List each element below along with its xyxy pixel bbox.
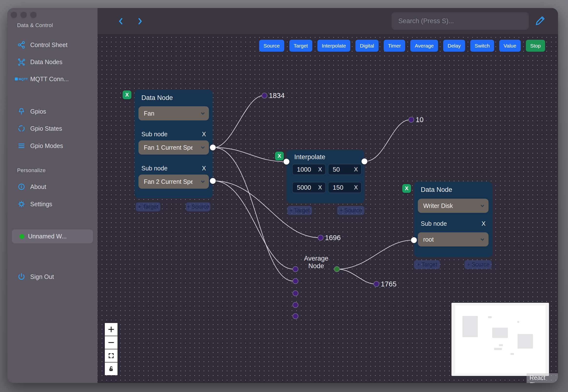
forward-arrow-icon[interactable] (136, 17, 144, 26)
lock-button[interactable] (105, 363, 117, 375)
add-switch-node-button[interactable]: Switch (470, 40, 494, 52)
edge[interactable] (365, 120, 410, 161)
input-remove-button[interactable]: X (318, 166, 322, 173)
react-flow-attribution[interactable]: React Flow (526, 373, 558, 383)
power-icon (17, 272, 26, 281)
sidebar-item-about[interactable]: About (7, 181, 97, 192)
average-node-title[interactable]: Average Node (295, 255, 337, 270)
pin-icon (17, 107, 26, 116)
writer-target-handle[interactable] (411, 237, 417, 243)
sidebar-item-sign-out[interactable]: Sign Out (7, 271, 97, 282)
dropdown-value: Writer Disk (423, 202, 453, 210)
interpolate-node-remove-button[interactable]: X (275, 152, 284, 160)
fan-add-target-button[interactable]: + Target (136, 202, 160, 211)
traffic-light-maximize-icon[interactable] (30, 12, 37, 18)
average-target-handle[interactable] (292, 302, 298, 308)
zoom-out-button[interactable] (105, 336, 117, 349)
fan-add-source-button[interactable]: + Source (186, 202, 210, 211)
interpolate-input-4[interactable]: 150 X (328, 182, 362, 193)
sidebar: Data & Control Control Sheet Data Nodes (7, 8, 97, 383)
minimap-node (494, 348, 502, 350)
sidebar-item-data-nodes[interactable]: Data Nodes (7, 56, 97, 68)
interpolate-input-2[interactable]: 50 X (328, 164, 362, 175)
edge[interactable] (214, 96, 263, 147)
fan-data-node[interactable]: Data Node Fan Sub node X Fan 1 Current S… (135, 90, 213, 198)
writer-sub-dropdown[interactable]: root (418, 232, 488, 246)
sidebar-item-control-sheet[interactable]: Control Sheet (7, 39, 97, 50)
input-remove-button[interactable]: X (354, 166, 358, 173)
writer-device-dropdown[interactable]: Writer Disk (418, 199, 488, 213)
sub-node-remove-button[interactable]: X (482, 220, 485, 227)
interpolate-node[interactable]: Interpolate 1000 X 50 X 5000 X 150 X (286, 150, 364, 203)
back-arrow-icon[interactable] (117, 17, 125, 26)
interpolate-target-handle[interactable] (284, 159, 289, 165)
lock-icon (108, 366, 114, 372)
minimap[interactable] (451, 303, 549, 376)
sidebar-item-settings[interactable]: Settings (7, 198, 97, 210)
writer-data-node[interactable]: Data Node Writer Disk Sub node X root (414, 182, 492, 257)
add-digital-node-button[interactable]: Digital (355, 40, 378, 52)
fan-sub1-dropdown[interactable]: Fan 1 Current Spe (139, 140, 209, 154)
edge[interactable] (214, 147, 285, 162)
value-handle[interactable] (318, 235, 323, 241)
edge[interactable] (337, 240, 413, 269)
edge[interactable] (214, 147, 293, 281)
zoom-in-button[interactable] (105, 323, 117, 336)
minimap-node (518, 334, 533, 349)
traffic-light-minimize-icon[interactable] (20, 12, 27, 18)
interpolate-add-source-button[interactable]: + Source (337, 206, 364, 215)
interpolate-input-3[interactable]: 5000 X (292, 182, 326, 193)
edit-pencil-icon[interactable] (534, 15, 546, 27)
edge[interactable] (214, 181, 293, 269)
sidebar-item-label: Gpio Modes (30, 140, 63, 151)
interpolate-source-handle[interactable] (361, 158, 367, 164)
average-target-handle[interactable] (292, 278, 298, 284)
value-handle[interactable] (262, 93, 267, 98)
value-handle[interactable] (374, 281, 379, 287)
minimap-node (499, 344, 503, 346)
interpolate-input-1[interactable]: 1000 X (292, 164, 326, 175)
flow-canvas[interactable]: Source Target Interpolate Digital Timer … (97, 34, 558, 383)
value-handle[interactable] (408, 117, 414, 123)
node-title: Interpolate (294, 153, 325, 161)
average-source-handle[interactable] (334, 266, 340, 272)
average-target-handle[interactable] (292, 313, 298, 319)
add-delay-node-button[interactable]: Delay (443, 40, 465, 52)
sidebar-item-gpio-modes[interactable]: Gpio Modes (7, 140, 97, 151)
average-target-handle[interactable] (292, 266, 298, 272)
minus-icon (108, 339, 115, 346)
average-target-handle[interactable] (292, 290, 298, 296)
add-interpolate-node-button[interactable]: Interpolate (318, 40, 350, 52)
writer-add-target-button[interactable]: + Target (414, 260, 440, 269)
fit-view-button[interactable] (105, 349, 117, 362)
edge-value-label: 1765 (381, 280, 397, 288)
add-source-node-button[interactable]: Source (259, 40, 284, 52)
minimap-node (511, 353, 514, 355)
edge[interactable] (337, 269, 375, 284)
add-average-node-button[interactable]: Average (410, 40, 438, 52)
sidebar-item-gpios[interactable]: Gpios (7, 106, 97, 117)
sidebar-section-data-control: Data & Control (17, 22, 53, 28)
add-timer-node-button[interactable]: Timer (384, 40, 405, 52)
stop-button[interactable]: Stop (526, 40, 545, 52)
fan-node-remove-button[interactable]: X (123, 90, 131, 99)
input-remove-button[interactable]: X (318, 184, 322, 191)
fan-sub2-source-handle[interactable] (210, 178, 216, 184)
input-remove-button[interactable]: X (354, 184, 358, 191)
add-target-node-button[interactable]: Target (289, 40, 312, 52)
add-value-node-button[interactable]: Value (499, 40, 521, 52)
input-value: 1000 (297, 166, 311, 173)
sidebar-item-mqtt[interactable]: MQTT MQTT Conn... (7, 73, 97, 84)
interpolate-add-target-button[interactable]: + Target (287, 206, 312, 215)
fan-sub1-source-handle[interactable] (210, 145, 216, 150)
traffic-light-close-icon[interactable] (11, 12, 17, 18)
writer-add-source-button[interactable]: + Source (464, 260, 492, 269)
writer-node-remove-button[interactable]: X (402, 184, 411, 193)
sub-node-remove-button[interactable]: X (202, 131, 206, 138)
fan-sub2-dropdown[interactable]: Fan 2 Current Spe (139, 175, 209, 189)
search-input[interactable] (391, 12, 529, 30)
sidebar-item-gpio-states[interactable]: Gpio States (7, 123, 97, 134)
fan-device-dropdown[interactable]: Fan (139, 106, 209, 120)
sub-node-remove-button[interactable]: X (202, 165, 206, 172)
sidebar-item-workspace[interactable]: Unnamed W... (12, 229, 93, 243)
